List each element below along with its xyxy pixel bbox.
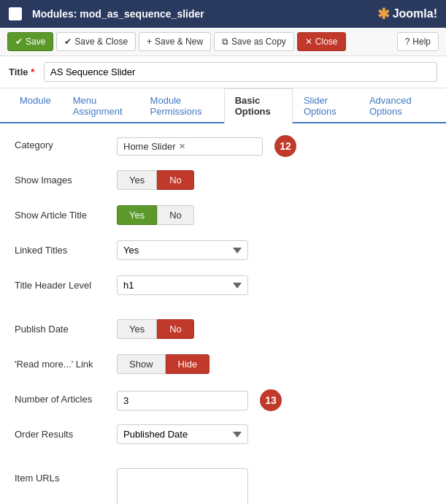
tab-module-permissions[interactable]: Module Permissions	[139, 88, 224, 123]
save-button[interactable]: ✔ Save	[7, 32, 53, 51]
publish-date-control: Yes No	[117, 319, 431, 339]
item-urls-row: Item URLs	[15, 468, 431, 504]
item-urls-control	[117, 468, 431, 504]
title-input[interactable]	[44, 62, 437, 82]
tab-menu-assignment[interactable]: Menu Assignment	[62, 88, 139, 123]
save-new-label: Save & New	[155, 37, 203, 47]
svg-rect-2	[11, 15, 15, 18]
category-label: Category	[15, 135, 117, 150]
svg-rect-1	[16, 9, 20, 13]
show-images-toggle: Yes No	[117, 170, 431, 190]
save-close-icon: ✔	[64, 37, 72, 47]
order-results-label: Order Results	[15, 424, 117, 440]
page-title: Modules: mod_as_sequence_slider	[32, 8, 204, 20]
publish-date-no-button[interactable]: No	[157, 319, 194, 339]
item-urls-label: Item URLs	[15, 468, 117, 484]
show-images-label: Show Images	[15, 170, 117, 186]
order-results-row: Order Results Published Date Ordering Hi…	[15, 424, 431, 449]
help-label: Help	[412, 37, 431, 47]
save-copy-label: Save as Copy	[231, 37, 286, 47]
header-bar: Modules: mod_as_sequence_slider ✱ Joomla…	[0, 0, 446, 28]
title-header-level-control: h1 h2 h3	[117, 275, 431, 295]
title-label-text: Title	[9, 66, 28, 77]
number-of-articles-row: Number of Articles 13	[15, 389, 431, 414]
module-icon	[9, 7, 22, 20]
help-button[interactable]: ? Help	[397, 32, 439, 51]
title-row: Title *	[0, 56, 446, 88]
close-button[interactable]: ✕ Close	[297, 32, 346, 51]
read-more-row: 'Read more...' Link Show Hide	[15, 354, 431, 379]
copy-icon: ⧉	[222, 37, 228, 47]
svg-rect-3	[16, 15, 20, 18]
title-header-level-select[interactable]: h1 h2 h3	[117, 275, 248, 295]
publish-date-label: Publish Date	[15, 319, 117, 335]
save-copy-button[interactable]: ⧉ Save as Copy	[214, 32, 294, 51]
joomla-icon: ✱	[377, 5, 390, 23]
number-of-articles-label: Number of Articles	[15, 389, 117, 405]
read-more-control: Show Hide	[117, 354, 431, 374]
item-urls-textarea[interactable]	[117, 468, 248, 504]
category-row: Category Home Slider ✕ 12	[15, 135, 431, 160]
linked-titles-control: Yes No	[117, 240, 431, 260]
order-results-control: Published Date Ordering Hits	[117, 424, 431, 444]
show-article-title-no-button[interactable]: No	[157, 205, 194, 225]
tag-close-icon[interactable]: ✕	[179, 142, 185, 151]
close-icon: ✕	[305, 37, 312, 47]
linked-titles-label: Linked Titles	[15, 240, 117, 256]
joomla-logo: ✱ Joomla!	[377, 5, 437, 23]
tab-module[interactable]: Module	[9, 88, 62, 123]
toolbar: ✔ Save ✔ Save & Close + Save & New ⧉ Sav…	[0, 28, 446, 56]
save-label: Save	[26, 37, 45, 47]
joomla-text: Joomla!	[393, 7, 437, 20]
number-of-articles-input[interactable]	[117, 391, 248, 411]
badge-13: 13	[260, 389, 282, 411]
category-control: Home Slider ✕ 12	[117, 135, 431, 157]
tab-basic-options[interactable]: Basic Options	[224, 88, 293, 123]
show-images-control: Yes No	[117, 170, 431, 190]
show-article-title-control: Yes No	[117, 205, 431, 225]
content-area: Category Home Slider ✕ 12 Show Images Ye…	[0, 123, 446, 504]
category-value: Home Slider	[123, 141, 176, 152]
required-asterisk: *	[31, 66, 34, 77]
read-more-toggle: Show Hide	[117, 354, 431, 374]
linked-titles-row: Linked Titles Yes No	[15, 240, 431, 265]
title-header-level-row: Title Header Level h1 h2 h3	[15, 275, 431, 300]
tab-slider-options[interactable]: Slider Options	[293, 88, 358, 123]
title-label: Title *	[9, 66, 38, 77]
close-label: Close	[315, 37, 338, 47]
save-icon: ✔	[15, 37, 23, 47]
show-article-title-row: Show Article Title Yes No	[15, 205, 431, 230]
publish-date-row: Publish Date Yes No	[15, 319, 431, 344]
articles-with-badge: 13	[117, 389, 431, 411]
show-article-title-yes-button[interactable]: Yes	[117, 205, 157, 225]
category-with-badge: Home Slider ✕ 12	[117, 135, 431, 157]
show-article-title-toggle: Yes No	[117, 205, 431, 225]
show-images-no-button[interactable]: No	[157, 170, 194, 190]
save-close-button[interactable]: ✔ Save & Close	[56, 32, 136, 51]
number-of-articles-control: 13	[117, 389, 431, 411]
read-more-label: 'Read more...' Link	[15, 354, 117, 370]
category-tag: Home Slider ✕	[123, 141, 185, 152]
plus-icon: +	[147, 37, 152, 47]
show-images-yes-button[interactable]: Yes	[117, 170, 157, 190]
svg-rect-0	[11, 9, 15, 13]
title-header-level-label: Title Header Level	[15, 275, 117, 291]
help-icon: ?	[405, 37, 410, 47]
save-new-button[interactable]: + Save & New	[139, 32, 211, 51]
show-images-row: Show Images Yes No	[15, 170, 431, 195]
publish-date-yes-button[interactable]: Yes	[117, 319, 157, 339]
order-results-select[interactable]: Published Date Ordering Hits	[117, 424, 248, 444]
tab-advanced-options[interactable]: Advanced Options	[358, 88, 437, 123]
tabs-bar: Module Menu Assignment Module Permission…	[0, 88, 446, 123]
linked-titles-select[interactable]: Yes No	[117, 240, 248, 260]
header-left: Modules: mod_as_sequence_slider	[9, 7, 204, 20]
publish-date-toggle: Yes No	[117, 319, 431, 339]
save-close-label: Save & Close	[74, 37, 128, 47]
read-more-hide-button[interactable]: Hide	[166, 354, 210, 374]
category-field[interactable]: Home Slider ✕	[117, 137, 263, 156]
read-more-show-button[interactable]: Show	[117, 354, 166, 374]
badge-12: 12	[274, 135, 296, 157]
show-article-title-label: Show Article Title	[15, 205, 117, 221]
